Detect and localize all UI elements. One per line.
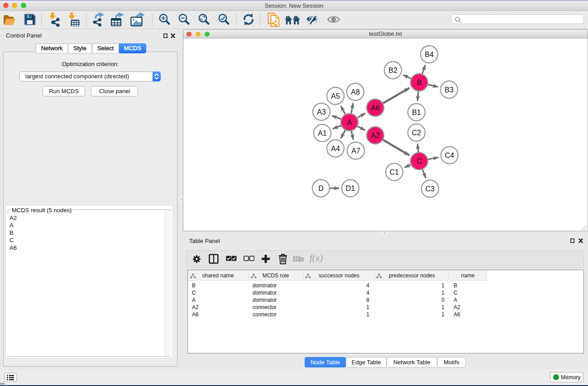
svg-text:C4: C4: [445, 152, 454, 159]
svg-text:A4: A4: [331, 145, 340, 152]
svg-text:D: D: [318, 185, 324, 192]
svg-text:A6: A6: [371, 104, 380, 112]
svg-text:B2: B2: [388, 67, 397, 74]
svg-text:C3: C3: [425, 185, 435, 193]
svg-text:C1: C1: [390, 168, 399, 176]
svg-text:A5: A5: [331, 92, 340, 100]
svg-text:A8: A8: [351, 88, 360, 96]
svg-text:A1: A1: [318, 129, 327, 137]
svg-text:B4: B4: [425, 51, 434, 58]
svg-text:B3: B3: [445, 86, 454, 94]
svg-text:A: A: [347, 119, 352, 126]
svg-text:A3: A3: [317, 108, 326, 116]
svg-text:C: C: [416, 157, 422, 165]
svg-text:A2: A2: [371, 132, 380, 139]
svg-text:B: B: [417, 79, 422, 86]
svg-text:B1: B1: [412, 109, 421, 116]
svg-text:D1: D1: [346, 185, 355, 192]
svg-text:A7: A7: [351, 147, 360, 155]
svg-text:C2: C2: [412, 129, 421, 137]
